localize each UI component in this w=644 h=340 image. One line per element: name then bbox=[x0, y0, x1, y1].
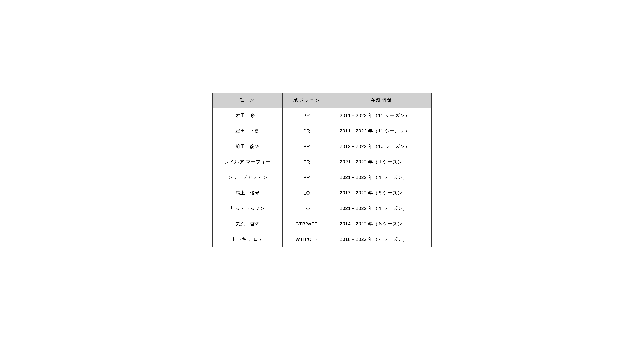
table-row: サム・トムソンLO2021－2022 年（１シーズン） bbox=[212, 201, 432, 216]
cell-position: PR bbox=[282, 154, 331, 170]
cell-name: 豊田 大樹 bbox=[212, 123, 282, 139]
cell-period: 2017－2022 年（５シーズン） bbox=[331, 185, 432, 201]
table-row: レイルア マーフィーPR2021－2022 年（１シーズン） bbox=[212, 154, 432, 170]
cell-position: PR bbox=[282, 139, 331, 154]
table-header-row: 氏 名 ポジション 在籍期間 bbox=[212, 93, 432, 108]
cell-period: 2021－2022 年（１シーズン） bbox=[331, 154, 432, 170]
cell-position: LO bbox=[282, 185, 331, 201]
cell-name: 矢次 啓佑 bbox=[212, 216, 282, 232]
cell-period: 2014－2022 年（８シーズン） bbox=[331, 216, 432, 232]
cell-position: PR bbox=[282, 108, 331, 123]
cell-position: PR bbox=[282, 123, 331, 139]
cell-name: シラ・プアフィシ bbox=[212, 170, 282, 185]
table-row: 尾上 俊光LO2017－2022 年（５シーズン） bbox=[212, 185, 432, 201]
cell-period: 2021－2022 年（１シーズン） bbox=[331, 201, 432, 216]
cell-name: 前田 龍佑 bbox=[212, 139, 282, 154]
cell-name: サム・トムソン bbox=[212, 201, 282, 216]
header-period: 在籍期間 bbox=[331, 93, 432, 108]
table-row: 矢次 啓佑CTB/WTB2014－2022 年（８シーズン） bbox=[212, 216, 432, 232]
cell-position: LO bbox=[282, 201, 331, 216]
cell-position: WTB/CTB bbox=[282, 232, 331, 247]
cell-position: PR bbox=[282, 170, 331, 185]
cell-position: CTB/WTB bbox=[282, 216, 331, 232]
table-row: 前田 龍佑PR2012－2022 年（10 シーズン） bbox=[212, 139, 432, 154]
table-row: 豊田 大樹PR2011－2022 年（11 シーズン） bbox=[212, 123, 432, 139]
table-row: トゥキリ ロテWTB/CTB2018－2022 年（４シーズン） bbox=[212, 232, 432, 247]
cell-period: 2012－2022 年（10 シーズン） bbox=[331, 139, 432, 154]
header-name: 氏 名 bbox=[212, 93, 282, 108]
cell-name: レイルア マーフィー bbox=[212, 154, 282, 170]
table-row: シラ・プアフィシPR2021－2022 年（１シーズン） bbox=[212, 170, 432, 185]
table-row: 才田 修二PR2011－2022 年（11 シーズン） bbox=[212, 108, 432, 123]
cell-name: トゥキリ ロテ bbox=[212, 232, 282, 247]
cell-period: 2011－2022 年（11 シーズン） bbox=[331, 123, 432, 139]
cell-period: 2021－2022 年（１シーズン） bbox=[331, 170, 432, 185]
cell-name: 才田 修二 bbox=[212, 108, 282, 123]
cell-name: 尾上 俊光 bbox=[212, 185, 282, 201]
player-table: 氏 名 ポジション 在籍期間 才田 修二PR2011－2022 年（11 シーズ… bbox=[212, 93, 432, 247]
player-table-container: 氏 名 ポジション 在籍期間 才田 修二PR2011－2022 年（11 シーズ… bbox=[212, 93, 432, 247]
cell-period: 2018－2022 年（４シーズン） bbox=[331, 232, 432, 247]
cell-period: 2011－2022 年（11 シーズン） bbox=[331, 108, 432, 123]
header-position: ポジション bbox=[282, 93, 331, 108]
